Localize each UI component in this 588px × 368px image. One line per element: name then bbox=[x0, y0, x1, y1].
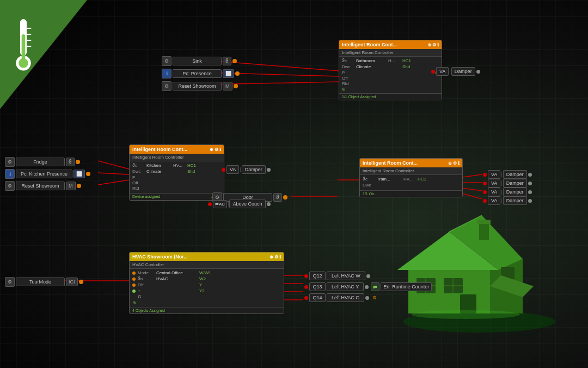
svg-point-50 bbox=[411, 310, 520, 319]
va2-out-port bbox=[267, 168, 271, 172]
irc1-body: ϑc Bathroom H... HC1 Dwc Climate Shd P ⊕… bbox=[339, 57, 442, 93]
va3c-in-port bbox=[483, 190, 487, 194]
hvac-icons: ⊕⚙ℹ bbox=[270, 255, 281, 260]
va3d-label: VA bbox=[488, 196, 500, 205]
irc2-subheader: Intelligent Room Controller bbox=[130, 154, 224, 161]
va2-label: VA bbox=[226, 165, 239, 174]
runtime-counter-icon: ⇄ bbox=[371, 282, 379, 291]
sink-port bbox=[232, 59, 237, 63]
hvac-footer: 4 Objects Assigned bbox=[130, 307, 284, 313]
va-damper-3c: VA | Damper bbox=[482, 188, 533, 196]
ac-out-port bbox=[267, 202, 271, 206]
irc3-header[interactable]: Intelligent Room Cont... ⊕⚙ℹ bbox=[360, 159, 462, 167]
q14-label: Q14 bbox=[309, 293, 326, 302]
irc1-footer: 1/1 Object Assigned bbox=[339, 93, 442, 100]
fridge-input-block: ⚙ Fridge ϑ bbox=[5, 157, 80, 167]
q14-text: Left HVAC G bbox=[327, 293, 364, 302]
va1-out-port bbox=[476, 70, 480, 74]
sink-label[interactable]: Sink bbox=[173, 57, 222, 65]
reset2-gear-icon: ⚙ bbox=[5, 181, 15, 191]
q12-text: Left HVAC W bbox=[327, 272, 365, 280]
va3c-out-port bbox=[528, 190, 532, 194]
ac-above-couch: ⇄AC | Above Couch bbox=[207, 200, 272, 208]
pc-kitchen-input-block: ℹ Pc: Kitchen Presence ⬜ bbox=[5, 169, 90, 179]
q12-in-port bbox=[304, 274, 308, 278]
q12-block: Q12 Left HVAC W bbox=[303, 272, 371, 280]
irc2-icons: ⊕⚙ℹ bbox=[210, 147, 221, 152]
tourmode-icon: ⚙ bbox=[5, 277, 15, 287]
ac-label: ⇄AC bbox=[213, 200, 227, 208]
reset-port-label: M bbox=[223, 82, 232, 91]
pc-kitchen-label[interactable]: Pc: Kitchen Presence bbox=[16, 170, 72, 178]
hvac-body: Mode Central Office W/W1 ϑo HVAC W2 Off … bbox=[130, 269, 284, 307]
reset-showroom2-input-block: ⚙ Reset Showroom M bbox=[5, 181, 81, 191]
svg-point-7 bbox=[19, 58, 28, 68]
irc-node-2[interactable]: Intelligent Room Cont... ⊕⚙ℹ Intelligent… bbox=[129, 144, 224, 201]
irc2-body: ϑc Kitchen HV... HC1 Dwc Climate Shd P O… bbox=[130, 161, 224, 193]
reset-showroom2-label[interactable]: Reset Showroom bbox=[16, 182, 65, 190]
hvac-header[interactable]: HVAC Showroom (Nor... ⊕⚙ℹ bbox=[130, 252, 284, 261]
irc3-icons: ⊕⚙ℹ bbox=[448, 161, 460, 166]
svg-rect-48 bbox=[477, 220, 491, 224]
pc-presence-label[interactable]: Pc: Presence bbox=[173, 69, 222, 78]
va-damper-2: VA | Damper bbox=[220, 165, 272, 174]
pc-kitchen-port-label: ⬜ bbox=[74, 170, 85, 178]
irc1-title: Intelligent Room Cont... bbox=[342, 42, 397, 47]
pc-presence-icon: ℹ bbox=[162, 69, 171, 79]
va3a-label: VA bbox=[488, 170, 500, 179]
irc3-subheader: Intelligent Room Controller bbox=[360, 167, 462, 175]
tourmode-label[interactable]: TourMode bbox=[16, 277, 65, 286]
q13-block: Q13 Left HVAC Y ⇄ En: Runtime Counter bbox=[303, 282, 432, 291]
irc1-subheader: Intelligent Room Controller bbox=[339, 49, 442, 57]
va3a-in-port bbox=[483, 173, 487, 177]
hvac-title: HVAC Showroom (Nor... bbox=[132, 254, 188, 260]
va2-in-port bbox=[222, 168, 225, 172]
q14-block: Q14 Left HVAC G ⚙ bbox=[303, 293, 377, 302]
fridge-gear-icon: ⚙ bbox=[5, 157, 15, 167]
va3d-out-port bbox=[528, 199, 532, 203]
pc-presence-input-block: ℹ Pc: Presence ⬜ bbox=[162, 69, 240, 79]
q13-in-port bbox=[304, 285, 308, 289]
q13-out-port bbox=[365, 285, 369, 289]
damper3c-label: Damper bbox=[503, 188, 527, 196]
irc3-footer: 1/1 Ob... bbox=[360, 190, 462, 197]
irc2-title: Intelligent Room Cont... bbox=[132, 147, 187, 152]
reset2-port bbox=[77, 184, 81, 188]
fridge-port-label: ϑ bbox=[66, 158, 75, 166]
va-damper-3d: VA | Damper bbox=[482, 196, 533, 205]
ac-in-port bbox=[208, 202, 212, 206]
hvac-subheader: HVAC Controller bbox=[130, 261, 284, 269]
damper3d-label: Damper bbox=[503, 196, 527, 205]
reset-showroom-input-block: ⚙ Reset Showroom M bbox=[162, 81, 238, 91]
sink-input-block: ⚙ Sink ϑ bbox=[162, 56, 237, 66]
pc-presence-port-label: ⬜ bbox=[223, 69, 234, 78]
va1-label: VA bbox=[436, 67, 449, 76]
q13-label: Q13 bbox=[309, 282, 326, 291]
door-port bbox=[283, 195, 287, 200]
reset-showroom-label[interactable]: Reset Showroom bbox=[173, 82, 222, 91]
thermometer-icon bbox=[10, 16, 37, 79]
sink-port-label: ϑ bbox=[223, 57, 231, 65]
fridge-label[interactable]: Fridge bbox=[16, 158, 65, 166]
q14-gear-icon: ⚙ bbox=[372, 295, 377, 300]
va3c-label: VA bbox=[488, 188, 500, 196]
irc-node-1[interactable]: Intelligent Room Cont... ⊕⚙ℹ Intelligent… bbox=[339, 40, 442, 100]
va1-in-port bbox=[431, 70, 435, 74]
irc2-header[interactable]: Intelligent Room Cont... ⊕⚙ℹ bbox=[130, 145, 224, 154]
reset2-port-label: M bbox=[66, 182, 76, 190]
sink-gear-icon: ⚙ bbox=[162, 56, 171, 66]
va3a-out-port bbox=[528, 173, 532, 177]
damper2-label: Damper bbox=[242, 165, 266, 174]
irc1-icons: ⊕⚙ℹ bbox=[427, 43, 439, 47]
va3b-in-port bbox=[483, 182, 487, 185]
irc1-header[interactable]: Intelligent Room Cont... ⊕⚙ℹ bbox=[339, 40, 442, 49]
irc-node-3[interactable]: Intelligent Room Cont... ⊕⚙ℹ Intelligent… bbox=[359, 158, 463, 197]
q14-out-port bbox=[365, 296, 369, 300]
hvac-node[interactable]: HVAC Showroom (Nor... ⊕⚙ℹ HVAC Controlle… bbox=[129, 252, 284, 314]
va3d-in-port bbox=[483, 199, 487, 203]
pc-kitchen-icon: ℹ bbox=[5, 169, 15, 179]
q14-in-port bbox=[304, 296, 308, 300]
va-damper-3a: VA | Damper bbox=[482, 170, 533, 179]
pc-kitchen-port bbox=[86, 172, 90, 176]
runtime-counter-label: En: Runtime Counter bbox=[381, 282, 432, 291]
